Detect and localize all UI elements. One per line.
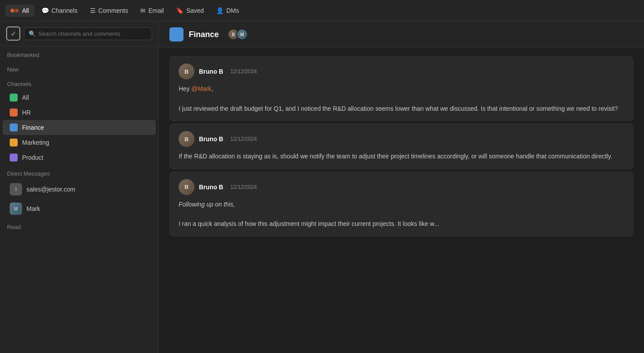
sidebar-item-sales[interactable]: S sales@jestor.com <box>3 180 156 199</box>
bookmarked-section-label: Bookmarked <box>0 46 158 61</box>
msg-sender-2: Bruno B <box>199 135 223 143</box>
sidebar-all-label: All <box>22 94 29 101</box>
email-icon: ✉ <box>140 7 146 14</box>
check-icon[interactable]: ✓ <box>6 26 20 41</box>
content-area: Finance B M B Bruno B 12/12/2024 <box>159 21 644 353</box>
message-header-2: B Bruno B 12/12/2024 <box>179 131 624 147</box>
sidebar-item-all[interactable]: All <box>3 90 156 105</box>
msg-avatar-1: B <box>179 64 195 79</box>
nav-saved-label: Saved <box>186 7 204 14</box>
mention-mark: @Mark <box>191 85 211 92</box>
message-card-2: B Bruno B 12/12/2024 If the R&D allocati… <box>169 124 633 169</box>
sidebar-finance-label: Finance <box>22 124 44 131</box>
messages-container[interactable]: B Bruno B 12/12/2024 Hey @Mark, I just r… <box>159 48 644 353</box>
finance-dot <box>10 124 18 131</box>
saved-icon: 🔖 <box>176 7 183 14</box>
sidebar-search-area: ✓ 🔍 <box>0 21 158 46</box>
sidebar: ✓ 🔍 Bookmarked New Channels All HR Finan… <box>0 21 159 353</box>
message-card-3: B Bruno B 12/12/2024 Following up on thi… <box>169 172 633 237</box>
hr-dot <box>10 109 18 116</box>
marketing-dot <box>10 139 18 146</box>
sidebar-mark-label: Mark <box>26 205 40 212</box>
sidebar-marketing-label: Marketing <box>22 139 49 146</box>
sidebar-item-product[interactable]: Product <box>3 150 156 165</box>
msg-date-2: 12/12/2024 <box>230 136 257 142</box>
search-box[interactable]: 🔍 <box>24 27 152 40</box>
sidebar-hr-label: HR <box>22 109 31 116</box>
channel-avatars: B M <box>228 29 248 40</box>
nav-dms[interactable]: 👤 DMs <box>211 4 244 17</box>
message-header-3: B Bruno B 12/12/2024 <box>179 179 624 195</box>
all-dot <box>10 94 18 101</box>
new-section-label: New <box>0 61 158 75</box>
channel-icon <box>169 27 183 41</box>
search-icon: 🔍 <box>29 30 36 37</box>
logo-icon <box>11 9 19 12</box>
channel-header: Finance B M <box>159 21 644 48</box>
nav-channels[interactable]: 💬 Channels <box>36 4 83 17</box>
sidebar-item-hr[interactable]: HR <box>3 105 156 120</box>
nav-dms-label: DMs <box>226 7 239 14</box>
nav-all[interactable]: All <box>5 4 34 17</box>
nav-comments[interactable]: ☰ Comments <box>85 4 134 17</box>
mark-avatar: M <box>10 203 22 215</box>
channels-section-label: Channels <box>0 75 158 90</box>
channel-avatar-2: M <box>236 29 248 40</box>
comments-icon: ☰ <box>90 7 96 14</box>
dm-section-label: Direct Messages <box>0 165 158 180</box>
product-dot <box>10 154 18 161</box>
message-text-1: I just reviewed the draft budget for Q1,… <box>179 105 618 112</box>
message-text-3: I ran a quick analysis of how this adjus… <box>179 220 439 227</box>
dms-icon: 👤 <box>216 7 224 14</box>
msg-sender-1: Bruno B <box>199 68 223 75</box>
main-layout: ✓ 🔍 Bookmarked New Channels All HR Finan… <box>0 21 644 353</box>
message-body-1: Hey @Mark, I just reviewed the draft bud… <box>179 84 624 113</box>
channel-title: Finance <box>189 30 219 39</box>
sidebar-product-label: Product <box>22 154 43 161</box>
msg-avatar-3: B <box>179 179 195 195</box>
message-header-1: B Bruno B 12/12/2024 <box>179 64 624 79</box>
sidebar-item-mark[interactable]: M Mark <box>3 199 156 218</box>
sidebar-item-finance[interactable]: Finance <box>3 120 156 135</box>
message-italic-3: Following up on this, <box>179 201 235 208</box>
msg-date-1: 12/12/2024 <box>230 68 257 75</box>
channels-icon: 💬 <box>41 7 49 14</box>
message-text-2: If the R&D allocation is staying as is, … <box>179 153 612 160</box>
nav-channels-label: Channels <box>52 7 78 14</box>
search-input[interactable] <box>38 30 147 37</box>
nav-email-label: Email <box>148 7 164 14</box>
read-section-label: Read <box>0 218 158 233</box>
message-body-2: If the R&D allocation is staying as is, … <box>179 151 624 161</box>
sidebar-item-marketing[interactable]: Marketing <box>3 135 156 150</box>
nav-email[interactable]: ✉ Email <box>135 4 169 17</box>
nav-saved[interactable]: 🔖 Saved <box>171 4 209 17</box>
top-nav: All 💬 Channels ☰ Comments ✉ Email 🔖 Save… <box>0 0 644 21</box>
sidebar-sales-label: sales@jestor.com <box>26 186 75 193</box>
message-body-3: Following up on this, I ran a quick anal… <box>179 199 624 229</box>
nav-comments-label: Comments <box>98 7 128 14</box>
msg-avatar-2: B <box>179 131 195 147</box>
nav-all-label: All <box>22 7 29 14</box>
sales-avatar: S <box>10 183 22 195</box>
msg-sender-3: Bruno B <box>199 184 223 191</box>
msg-date-3: 12/12/2024 <box>230 184 257 190</box>
message-card-1: B Bruno B 12/12/2024 Hey @Mark, I just r… <box>169 56 633 121</box>
